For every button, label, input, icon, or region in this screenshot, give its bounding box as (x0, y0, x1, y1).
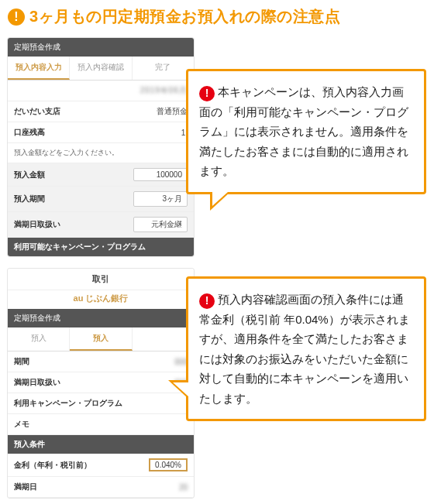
shot1-header: 定期預金作成 (8, 38, 194, 57)
callout-2: !預入内容確認画面の預入条件には通常金利（税引前 年0.04%）が表示されますが… (186, 276, 426, 421)
shot1-tab-1: 預入内容入力 (8, 57, 70, 80)
callout-2-tail (168, 380, 188, 399)
shot2-last-value: 20 (179, 483, 188, 492)
shot1-balance-label: 口座残高 (14, 127, 45, 138)
shot1-amount-label: 預入金額 (14, 170, 45, 180)
shot1-tab-2: 預入内容確認 (70, 57, 132, 80)
shot2-tab-3 (133, 327, 194, 351)
alert-icon: ! (199, 86, 215, 101)
screenshot-1: 定期預金作成 預入内容入力 預入内容確認 完了 2019年06月 だいだい支店 … (8, 38, 194, 256)
alert-icon: ! (199, 293, 215, 309)
shot2-memo-label: メモ (14, 419, 29, 430)
warning-icon: ! (8, 9, 25, 26)
shot2-tabs: 預入 預入 (8, 327, 194, 351)
shot1-note: 預入金額などをご入力ください。 (8, 143, 194, 163)
shot1-input-amount: 預入金額 100000 (8, 163, 194, 187)
shot1-branch-label: だいだい支店 (14, 106, 60, 117)
shot2-rate-label: 金利（年利・税引前） (14, 460, 91, 471)
shot1-maturity-value: 元利金継 (133, 217, 188, 232)
shot2-header: 定期預金作成 (8, 309, 194, 327)
shot1-maturity-label: 満期日取扱い (14, 219, 60, 230)
page-heading: ! 3ヶ月もの円定期預金お預入れの際の注意点 (0, 0, 434, 38)
shot2-period-label: 期間 (14, 356, 29, 367)
shot2-row-maturity: 満期日取扱い 000 (8, 372, 194, 393)
shot1-campaign-band: 利用可能なキャンペーン・プログラム (8, 238, 194, 256)
shot1-term-value: 3ヶ月 (133, 191, 188, 207)
shot2-titlebar: 取引 (8, 269, 194, 290)
block-2: 取引 au じぶん銀行 定期預金作成 預入 預入 期間 000 満期日取扱い 0… (8, 269, 426, 501)
shot1-date: 2019年06月 (140, 85, 188, 96)
shot1-input-term: 預入期間 3ヶ月 (8, 187, 194, 212)
block-1: 定期預金作成 預入内容入力 預入内容確認 完了 2019年06月 だいだい支店 … (8, 38, 426, 255)
callout-1-tail (210, 192, 230, 211)
callout-1: !本キャンペーンは、預入内容入力画面の「利用可能なキャンペーン・プログラム」には… (186, 69, 426, 194)
shot2-tab-1: 預入 (8, 327, 70, 351)
heading-text: 3ヶ月もの円定期預金お預入れの際の注意点 (29, 6, 340, 27)
shot1-branch-value: 普通預金 (157, 106, 188, 117)
shot2-row-period: 期間 000 (8, 351, 194, 372)
shot1-row-balance: 口座残高 1, (8, 122, 194, 143)
shot2-campaign-label: 利用キャンペーン・プログラム (14, 398, 122, 409)
screenshot-2: 取引 au じぶん銀行 定期預金作成 預入 預入 期間 000 満期日取扱い 0… (8, 269, 194, 498)
shot2-conditions-band: 預入条件 (8, 435, 194, 454)
shot2-tab-2: 預入 (70, 327, 132, 351)
callout-2-text: 預入内容確認画面の預入条件には通常金利（税引前 年0.04%）が表示されますが、… (199, 293, 410, 405)
shot1-input-maturity: 満期日取扱い 元利金継 (8, 212, 194, 238)
shot2-logo: au じぶん銀行 (8, 290, 194, 309)
shot1-term-label: 預入期間 (14, 194, 45, 204)
shot2-last-row: 満期日 20 (8, 477, 194, 498)
shot2-row-memo: メモ (8, 414, 194, 435)
shot1-date-row: 2019年06月 (8, 81, 194, 101)
shot2-maturity-label: 満期日取扱い (14, 377, 60, 388)
callout-1-text: 本キャンペーンは、預入内容入力画面の「利用可能なキャンペーン・プログラム」には表… (199, 85, 408, 177)
shot2-row-campaign: 利用キャンペーン・プログラム (8, 393, 194, 414)
shot1-tabs: 預入内容入力 預入内容確認 完了 (8, 57, 194, 81)
shot1-row-branch: だいだい支店 普通預金 (8, 101, 194, 122)
shot2-last-label: 満期日 (14, 482, 37, 492)
shot1-tab-3: 完了 (133, 57, 194, 80)
shot2-rate-value: 0.040% (149, 458, 188, 471)
shot1-amount-value: 100000 (133, 168, 188, 181)
shot2-rate-row: 金利（年利・税引前） 0.040% (8, 454, 194, 477)
